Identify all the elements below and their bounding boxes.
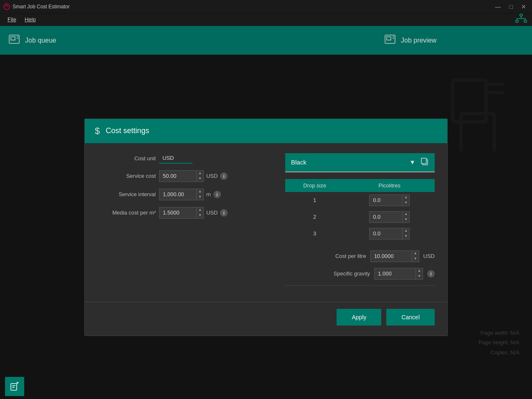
drop-picolitres-spin-2: ▲ ▼ bbox=[369, 228, 410, 240]
svg-rect-9 bbox=[11, 37, 15, 40]
drop-picolitres-spin-0: ▲ ▼ bbox=[369, 194, 410, 206]
specific-gravity-spin: ▲ ▼ bbox=[374, 268, 423, 280]
service-interval-down[interactable]: ▼ bbox=[197, 194, 203, 200]
drop-size-table: Drop size Picolitres 1 ▲ ▼ bbox=[285, 179, 435, 242]
cost-per-litre-spinners: ▲ ▼ bbox=[412, 250, 419, 262]
service-interval-unit: m bbox=[206, 191, 211, 197]
drop-picolitres-spinners-0: ▲ ▼ bbox=[403, 194, 410, 206]
service-cost-spin: ▲ ▼ bbox=[159, 170, 204, 182]
media-cost-input-wrapper: ▲ ▼ USD i bbox=[159, 207, 228, 219]
media-cost-spinners: ▲ ▼ bbox=[197, 207, 204, 219]
specific-gravity-info-icon[interactable]: i bbox=[427, 270, 435, 278]
service-interval-spinners: ▲ ▼ bbox=[197, 189, 204, 200]
media-cost-down[interactable]: ▼ bbox=[197, 213, 203, 218]
app-title: Smart Job Cost Estimator bbox=[13, 4, 70, 10]
drop-picolitres-down-2[interactable]: ▼ bbox=[403, 234, 409, 239]
drop-picolitres-input-0[interactable] bbox=[369, 194, 403, 206]
cost-per-litre-input[interactable] bbox=[370, 250, 412, 262]
media-cost-row: Media cost per m² ▲ ▼ USD i bbox=[97, 207, 273, 219]
specific-gravity-input[interactable] bbox=[374, 268, 416, 280]
cost-per-litre-spin: ▲ ▼ bbox=[370, 250, 419, 262]
window-controls: — □ ✕ bbox=[493, 0, 529, 13]
svg-rect-3 bbox=[524, 20, 527, 22]
drop-size-cell: 3 bbox=[285, 225, 344, 242]
specific-gravity-down[interactable]: ▼ bbox=[416, 274, 423, 279]
media-cost-up[interactable]: ▲ bbox=[197, 207, 203, 213]
apply-button[interactable]: Apply bbox=[337, 309, 381, 326]
close-button[interactable]: ✕ bbox=[519, 3, 529, 11]
drop-picolitres-up-2[interactable]: ▲ bbox=[403, 228, 409, 234]
modal-footer: Apply Cancel bbox=[85, 302, 447, 336]
job-queue-tab[interactable]: Job queue bbox=[0, 26, 376, 55]
service-cost-up[interactable]: ▲ bbox=[197, 171, 203, 176]
color-dropdown[interactable]: Black ▼ bbox=[285, 153, 435, 172]
copy-icon[interactable] bbox=[421, 157, 429, 167]
drop-picolitres-input-1[interactable] bbox=[369, 211, 403, 223]
service-interval-up[interactable]: ▲ bbox=[197, 189, 203, 194]
specific-gravity-up[interactable]: ▲ bbox=[416, 268, 423, 274]
drop-picolitres-spin-1: ▲ ▼ bbox=[369, 211, 410, 223]
modal-body: Cost unit Service cost ▲ bbox=[85, 143, 447, 302]
job-queue-icon bbox=[8, 34, 20, 47]
service-interval-info-icon[interactable]: i bbox=[213, 191, 221, 198]
cost-unit-label: Cost unit bbox=[97, 155, 156, 162]
picolitres-header: Picolitres bbox=[344, 179, 435, 192]
modal-left-section: Cost unit Service cost ▲ bbox=[97, 153, 273, 292]
job-preview-icon bbox=[384, 34, 396, 47]
modal-title: Cost settings bbox=[106, 126, 149, 135]
drop-picolitres-spinners-1: ▲ ▼ bbox=[403, 211, 410, 223]
menu-file[interactable]: File bbox=[3, 15, 20, 24]
drop-row: 3 ▲ ▼ bbox=[285, 225, 435, 242]
service-cost-label: Service cost bbox=[97, 173, 156, 179]
drop-picolitres-up-0[interactable]: ▲ bbox=[403, 195, 409, 200]
drop-picolitres-down-1[interactable]: ▼ bbox=[403, 217, 409, 222]
service-interval-spin: ▲ ▼ bbox=[159, 189, 204, 200]
specific-gravity-row: Specific gravity ▲ ▼ i bbox=[285, 268, 435, 280]
main-content: Page width: N/A Page height: N/A Copies:… bbox=[0, 55, 532, 399]
service-interval-input[interactable] bbox=[159, 189, 197, 200]
app-icon bbox=[3, 3, 10, 10]
media-cost-label: Media cost per m² bbox=[97, 210, 156, 216]
modal-overlay: $ Cost settings Cost unit Servi bbox=[0, 55, 532, 399]
service-cost-unit: USD bbox=[206, 173, 218, 179]
drop-picolitres-down-0[interactable]: ▼ bbox=[403, 200, 409, 206]
drop-size-header: Drop size bbox=[285, 179, 344, 192]
service-interval-input-wrapper: ▲ ▼ m i bbox=[159, 189, 221, 200]
menu-help[interactable]: Help bbox=[20, 15, 40, 24]
drop-picolitres-up-1[interactable]: ▲ bbox=[403, 212, 409, 217]
drop-row: 1 ▲ ▼ bbox=[285, 192, 435, 209]
media-cost-info-icon[interactable]: i bbox=[220, 209, 228, 217]
cost-unit-row: Cost unit bbox=[97, 153, 273, 164]
bottom-bar bbox=[0, 374, 532, 399]
drop-picolitres-spinners-2: ▲ ▼ bbox=[403, 228, 410, 240]
media-cost-unit: USD bbox=[206, 210, 218, 216]
service-cost-down[interactable]: ▼ bbox=[197, 176, 203, 182]
cost-unit-input[interactable] bbox=[159, 153, 193, 164]
title-bar: Smart Job Cost Estimator — □ ✕ bbox=[0, 0, 532, 13]
cost-per-litre-up[interactable]: ▲ bbox=[412, 251, 419, 256]
cost-settings-modal: $ Cost settings Cost unit Servi bbox=[84, 119, 448, 336]
restore-button[interactable]: □ bbox=[507, 3, 515, 11]
svg-rect-13 bbox=[387, 37, 391, 40]
service-interval-row: Service interval ▲ ▼ m i bbox=[97, 189, 273, 200]
modal-header: $ Cost settings bbox=[85, 119, 447, 143]
service-cost-info-icon[interactable]: i bbox=[220, 172, 228, 180]
service-interval-label: Service interval bbox=[97, 191, 156, 197]
job-queue-label: Job queue bbox=[25, 37, 56, 44]
specific-gravity-label: Specific gravity bbox=[334, 270, 370, 277]
service-cost-spinners: ▲ ▼ bbox=[197, 170, 204, 182]
add-job-button[interactable] bbox=[5, 377, 24, 396]
service-cost-input[interactable] bbox=[159, 170, 197, 182]
drop-row: 2 ▲ ▼ bbox=[285, 209, 435, 225]
cost-per-litre-row: Cost per litre ▲ ▼ USD bbox=[285, 250, 435, 262]
svg-rect-1 bbox=[520, 14, 522, 16]
media-cost-input[interactable] bbox=[159, 207, 197, 219]
cancel-button[interactable]: Cancel bbox=[386, 309, 435, 326]
drop-picolitres-input-2[interactable] bbox=[369, 228, 403, 240]
minimize-button[interactable]: — bbox=[493, 3, 504, 11]
drop-picolitres-cell: ▲ ▼ bbox=[344, 225, 435, 242]
job-preview-tab[interactable]: Job preview bbox=[376, 26, 532, 55]
panels-row: Job queue Job preview bbox=[0, 26, 532, 55]
cost-per-litre-down[interactable]: ▼ bbox=[412, 256, 419, 262]
cost-per-litre-unit: USD bbox=[423, 253, 435, 259]
